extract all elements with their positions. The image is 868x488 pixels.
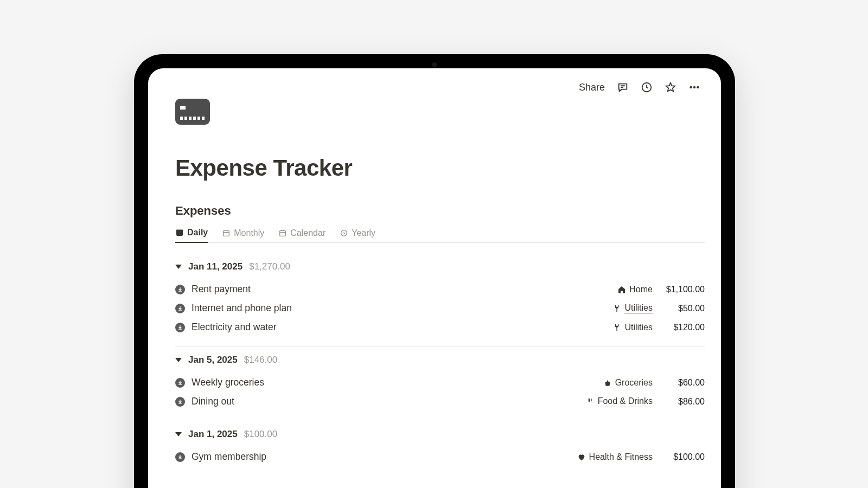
calendar-month-icon bbox=[222, 229, 231, 237]
plug-icon bbox=[612, 304, 621, 313]
svg-rect-6 bbox=[224, 230, 229, 236]
expense-category[interactable]: Home bbox=[617, 285, 653, 294]
expense-type-icon bbox=[175, 323, 185, 332]
disclosure-triangle-icon[interactable] bbox=[175, 432, 182, 436]
expense-amount: $50.00 bbox=[661, 304, 705, 313]
expense-group: Jan 11, 2025$1,270.00Rent paymentHome$1,… bbox=[175, 254, 705, 347]
tab-label: Calendar bbox=[290, 228, 326, 238]
expense-category[interactable]: Utilities bbox=[612, 303, 653, 314]
basket-icon bbox=[603, 378, 612, 387]
home-icon bbox=[617, 285, 626, 294]
category-label: Utilities bbox=[624, 323, 653, 332]
expense-name: Dining out bbox=[192, 396, 234, 407]
expense-category[interactable]: Food & Drinks bbox=[586, 396, 653, 407]
database-title[interactable]: Expenses bbox=[175, 204, 705, 218]
expense-row[interactable]: Internet and phone planUtilities$50.00 bbox=[175, 299, 705, 318]
svg-point-2 bbox=[693, 86, 695, 88]
expense-category[interactable]: Groceries bbox=[603, 378, 653, 388]
app-screen: Share Expense Tracker bbox=[148, 68, 721, 488]
disclosure-triangle-icon[interactable] bbox=[175, 265, 182, 269]
utensils-icon bbox=[586, 397, 595, 406]
category-label: Food & Drinks bbox=[598, 396, 653, 407]
expense-type-icon bbox=[175, 378, 185, 388]
disclosure-triangle-icon[interactable] bbox=[175, 358, 182, 362]
svg-rect-7 bbox=[280, 230, 286, 236]
expense-type-icon bbox=[175, 285, 185, 294]
expense-amount: $60.00 bbox=[661, 378, 705, 388]
expense-group: Jan 5, 2025$146.00Weekly groceriesGrocer… bbox=[175, 347, 705, 421]
expense-name: Weekly groceries bbox=[192, 377, 264, 388]
view-tabs: DailyMonthlyCalendarYearly bbox=[175, 228, 705, 243]
calendar-icon bbox=[278, 229, 287, 237]
tab-yearly[interactable]: Yearly bbox=[340, 228, 375, 242]
expense-amount: $120.00 bbox=[661, 323, 705, 332]
expense-row[interactable]: Dining outFood & Drinks$86.00 bbox=[175, 392, 705, 411]
expense-type-icon bbox=[175, 304, 185, 313]
expense-type-icon bbox=[175, 452, 185, 462]
tab-label: Monthly bbox=[234, 228, 264, 238]
more-icon[interactable] bbox=[688, 81, 700, 93]
expense-amount: $1,100.00 bbox=[661, 285, 705, 294]
svg-point-1 bbox=[690, 86, 692, 88]
expense-category[interactable]: Utilities bbox=[612, 323, 653, 332]
group-date[interactable]: Jan 5, 2025 bbox=[188, 355, 238, 365]
category-label: Home bbox=[629, 285, 653, 294]
star-icon[interactable] bbox=[665, 81, 676, 93]
tab-daily[interactable]: Daily bbox=[175, 228, 208, 243]
expense-row[interactable]: Gym membershipHealth & Fitness$100.00 bbox=[175, 447, 705, 466]
clock-icon bbox=[340, 229, 348, 237]
tab-calendar[interactable]: Calendar bbox=[278, 228, 326, 242]
camera-dot bbox=[432, 62, 437, 67]
expense-row[interactable]: Rent paymentHome$1,100.00 bbox=[175, 280, 705, 299]
heart-icon bbox=[577, 453, 586, 461]
comments-icon[interactable] bbox=[617, 81, 629, 93]
tab-label: Daily bbox=[187, 228, 208, 237]
expense-name: Electricity and water bbox=[192, 322, 277, 333]
expense-row[interactable]: Electricity and waterUtilities$120.00 bbox=[175, 318, 705, 337]
plug-icon bbox=[612, 323, 621, 332]
svg-point-3 bbox=[697, 86, 699, 88]
category-label: Utilities bbox=[624, 303, 653, 314]
tablet-frame: Share Expense Tracker bbox=[134, 54, 735, 488]
tab-label: Yearly bbox=[352, 228, 375, 238]
calendar-day-icon bbox=[175, 228, 184, 237]
group-total: $146.00 bbox=[244, 355, 277, 365]
group-total: $100.00 bbox=[244, 429, 277, 440]
expense-name: Internet and phone plan bbox=[192, 303, 292, 314]
expense-group: Jan 1, 2025$100.00Gym membershipHealth &… bbox=[175, 421, 705, 476]
clock-icon[interactable] bbox=[641, 81, 653, 93]
expense-amount: $86.00 bbox=[661, 397, 705, 407]
expense-name: Rent payment bbox=[192, 284, 251, 295]
category-label: Health & Fitness bbox=[589, 452, 653, 462]
tab-monthly[interactable]: Monthly bbox=[222, 228, 264, 242]
group-total: $1,270.00 bbox=[249, 261, 290, 272]
page-title[interactable]: Expense Tracker bbox=[175, 155, 705, 181]
expense-amount: $100.00 bbox=[661, 452, 705, 462]
category-label: Groceries bbox=[615, 378, 653, 388]
group-date[interactable]: Jan 1, 2025 bbox=[188, 429, 238, 440]
expense-type-icon bbox=[175, 397, 185, 407]
svg-rect-5 bbox=[177, 230, 183, 232]
group-date[interactable]: Jan 11, 2025 bbox=[188, 261, 242, 272]
expense-row[interactable]: Weekly groceriesGroceries$60.00 bbox=[175, 373, 705, 392]
expense-name: Gym membership bbox=[192, 451, 266, 463]
expense-category[interactable]: Health & Fitness bbox=[577, 452, 653, 462]
share-button[interactable]: Share bbox=[579, 82, 605, 93]
page-emoji-icon[interactable] bbox=[175, 99, 210, 125]
